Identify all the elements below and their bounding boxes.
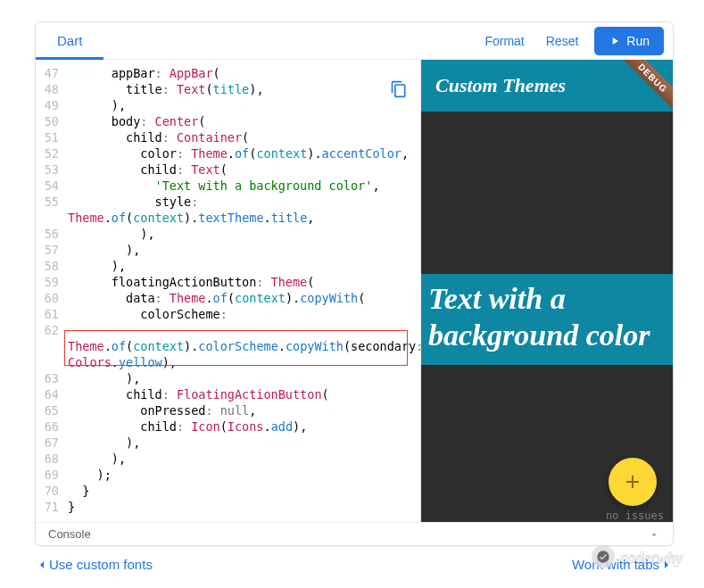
line-content: body: Center( xyxy=(68,113,420,129)
line-content: ), xyxy=(68,226,420,242)
code-line: 63 ), xyxy=(36,370,420,386)
line-content: title: Text(title), xyxy=(68,81,420,97)
line-content: ); xyxy=(68,467,420,483)
code-line: 66 child: Icon(Icons.add), xyxy=(36,418,420,435)
run-label: Run xyxy=(626,34,650,48)
line-number: 50 xyxy=(36,113,68,129)
line-content: onPressed: null, xyxy=(68,402,420,418)
line-number: 55 xyxy=(36,194,68,210)
line-number xyxy=(36,210,68,226)
line-number: 61 xyxy=(36,306,68,322)
toolbar: Dart Format Reset Run xyxy=(36,22,673,60)
line-number: 69 xyxy=(36,467,68,483)
watermark: coderwhy xyxy=(592,545,683,568)
copy-icon[interactable] xyxy=(390,79,408,99)
code-line: 69 ); xyxy=(36,467,420,483)
code-line: 65 onPressed: null, xyxy=(36,402,420,418)
line-content: Colors.yellow), xyxy=(68,354,420,370)
code-line: 61 colorScheme: xyxy=(36,306,420,322)
bottom-nav: Use custom fonts Work with tabs xyxy=(35,557,674,572)
watermark-icon xyxy=(592,545,615,568)
code-line: 60 data: Theme.of(context).copyWith( xyxy=(36,290,420,306)
line-content: color: Theme.of(context).accentColor, xyxy=(68,145,420,161)
line-content: child: Text( xyxy=(68,161,420,178)
dartpad-panel: Dart Format Reset Run 47 appBar: AppBar(… xyxy=(35,21,674,546)
line-content: appBar: AppBar( xyxy=(68,65,420,81)
code-line: 59 floatingActionButton: Theme( xyxy=(36,274,420,290)
chevron-left-icon xyxy=(35,558,49,572)
line-number: 63 xyxy=(36,370,68,386)
code-line: 54 'Text with a background color', xyxy=(36,178,420,194)
line-number: 49 xyxy=(36,97,68,113)
line-number: 48 xyxy=(36,81,68,97)
split-pane: 47 appBar: AppBar(48 title: Text(title),… xyxy=(36,60,673,522)
line-number: 58 xyxy=(36,258,68,274)
line-number xyxy=(36,354,68,370)
line-content: } xyxy=(68,499,420,515)
line-content: data: Theme.of(context).copyWith( xyxy=(68,290,420,306)
code-line: 70 } xyxy=(36,483,420,499)
watermark-text: coderwhy xyxy=(620,548,683,567)
line-content: Theme.of(context).colorScheme.copyWith(s… xyxy=(68,338,421,354)
code-line: Theme.of(context).textTheme.title, xyxy=(36,210,420,226)
code-line: 68 ), xyxy=(36,451,420,467)
code-line: 58 ), xyxy=(36,258,420,274)
code-line: 56 ), xyxy=(36,226,420,242)
code-editor[interactable]: 47 appBar: AppBar(48 title: Text(title),… xyxy=(36,60,421,522)
line-number: 54 xyxy=(36,178,68,194)
line-number: 53 xyxy=(36,161,68,178)
console-label: Console xyxy=(48,527,91,541)
add-icon xyxy=(622,471,643,493)
code-line: 49 ), xyxy=(36,97,420,113)
line-number: 65 xyxy=(36,402,68,418)
line-number: 56 xyxy=(36,226,68,242)
code-line: 51 child: Container( xyxy=(36,129,420,145)
line-content: ), xyxy=(68,258,420,274)
code-line: 52 color: Theme.of(context).accentColor, xyxy=(36,145,420,161)
line-content: child: Icon(Icons.add), xyxy=(68,418,420,435)
fab-button[interactable] xyxy=(609,458,657,506)
line-content: child: Container( xyxy=(68,129,420,145)
line-content: Theme.of(context).textTheme.title, xyxy=(68,210,420,226)
tab-dart[interactable]: Dart xyxy=(36,22,104,60)
line-content: ), xyxy=(68,370,420,386)
line-content: ), xyxy=(68,242,420,258)
line-content: colorScheme: xyxy=(68,306,420,322)
code-line: 53 child: Text( xyxy=(36,161,420,178)
line-content xyxy=(68,322,420,338)
line-content: ), xyxy=(68,97,420,113)
console-bar[interactable]: Console xyxy=(36,522,673,545)
line-content: child: FloatingActionButton( xyxy=(68,386,420,402)
line-number: 71 xyxy=(36,499,68,515)
code-line: 50 body: Center( xyxy=(36,113,420,129)
code-line: 48 title: Text(title), xyxy=(36,81,420,97)
line-number: 60 xyxy=(36,290,68,306)
line-content: ), xyxy=(68,451,420,467)
line-number: 51 xyxy=(36,129,68,145)
line-number: 70 xyxy=(36,483,68,499)
no-issues-label: no issues xyxy=(606,509,664,522)
preview-body-text: Text with a background color xyxy=(421,274,673,365)
code-line: Theme.of(context).colorScheme.copyWith(s… xyxy=(36,338,420,354)
line-number: 52 xyxy=(36,145,68,161)
code-line: 62 xyxy=(36,322,420,338)
line-number: 59 xyxy=(36,274,68,290)
run-button[interactable]: Run xyxy=(594,27,664,55)
preview-pane: Custom Themes DEBUG Text with a backgrou… xyxy=(421,60,673,522)
line-number: 47 xyxy=(36,65,68,81)
code-line: 71} xyxy=(36,499,420,515)
format-button[interactable]: Format xyxy=(474,27,534,55)
line-content: style: xyxy=(68,194,420,210)
line-number xyxy=(36,338,68,354)
reset-button[interactable]: Reset xyxy=(535,27,590,55)
code-line: 47 appBar: AppBar( xyxy=(36,65,420,81)
code-line: 57 ), xyxy=(36,242,420,258)
line-content: 'Text with a background color', xyxy=(68,178,420,194)
play-icon xyxy=(609,35,621,47)
line-number: 67 xyxy=(36,435,68,451)
code-line: Colors.yellow), xyxy=(36,354,420,370)
chevron-up-icon xyxy=(648,528,660,541)
line-number: 57 xyxy=(36,242,68,258)
prev-link[interactable]: Use custom fonts xyxy=(49,557,153,572)
line-content: } xyxy=(68,483,420,499)
